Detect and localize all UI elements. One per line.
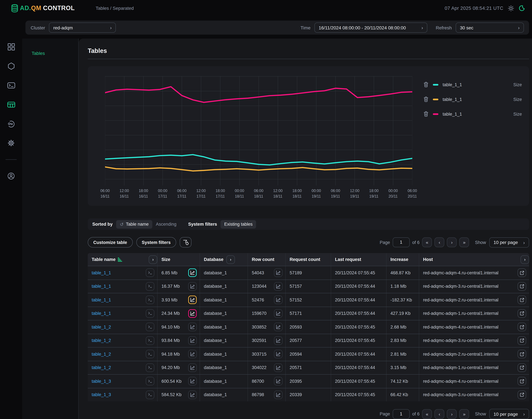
table-row: table_1_294.18 Mbdatabase_13037152059420…: [88, 347, 529, 361]
next-page-button[interactable]: ›: [447, 409, 457, 419]
remove-series-trash-icon[interactable]: [423, 111, 429, 117]
plot-row-count-chart-button[interactable]: [274, 323, 283, 331]
plot-size-chart-button[interactable]: [188, 391, 197, 399]
page-number-input[interactable]: 1: [393, 409, 409, 419]
plot-size-chart-button[interactable]: [188, 269, 197, 277]
plot-row-count-chart-button[interactable]: [274, 377, 283, 386]
plot-row-count-chart-button[interactable]: [274, 336, 283, 345]
open-host-external-link-button[interactable]: [518, 350, 526, 358]
column-header-increase[interactable]: Increase: [386, 253, 419, 266]
refresh-interval-select[interactable]: 30 sec ›: [456, 23, 524, 33]
open-terminal-button[interactable]: [146, 323, 154, 331]
open-terminal-button[interactable]: [146, 377, 154, 386]
plot-size-chart-button[interactable]: [188, 364, 197, 372]
plot-size-chart-button[interactable]: [188, 336, 197, 345]
column-header-size[interactable]: Size: [158, 253, 200, 266]
system-filters-button[interactable]: System filters: [136, 237, 176, 248]
open-host-external-link-button[interactable]: [518, 296, 526, 304]
next-page-button[interactable]: ›: [447, 237, 457, 247]
prev-page-button[interactable]: ‹: [434, 237, 444, 247]
plot-size-chart-button[interactable]: [188, 323, 197, 331]
column-header-table-name[interactable]: Table name›: [88, 253, 158, 266]
first-page-button[interactable]: «: [422, 409, 432, 419]
table-name-link[interactable]: table_1_1: [92, 284, 111, 289]
hexagon-modules-icon[interactable]: [7, 62, 15, 70]
plot-size-chart-button[interactable]: [188, 350, 197, 358]
table-name-link[interactable]: table_1_3: [92, 393, 111, 397]
open-host-external-link-button[interactable]: [518, 391, 526, 399]
open-host-external-link-button[interactable]: [518, 377, 526, 386]
access-key-icon[interactable]: [7, 119, 15, 128]
column-header-database[interactable]: Database›: [200, 253, 248, 266]
table-name-link[interactable]: table_1_1: [92, 298, 111, 302]
table-name-column-options-button[interactable]: ›: [149, 255, 157, 264]
time-range-select[interactable]: 16/11/2024 08:00:00 - 20/11/2024 08:00:0…: [314, 23, 427, 33]
database-column-options-button[interactable]: ›: [226, 255, 235, 264]
open-terminal-button[interactable]: [146, 296, 154, 304]
plot-size-chart-button[interactable]: [188, 309, 197, 318]
open-terminal-button[interactable]: [146, 364, 154, 372]
column-header-row-count[interactable]: Row count: [248, 253, 286, 266]
table-name-link[interactable]: table_1_1: [92, 311, 111, 316]
table-name-link[interactable]: table_1_2: [92, 338, 111, 343]
reset-filters-button[interactable]: [180, 237, 191, 248]
plot-row-count-chart-button[interactable]: [274, 391, 283, 399]
open-terminal-button[interactable]: [146, 282, 154, 291]
settings-gear-icon[interactable]: [7, 139, 15, 147]
column-header-last-request[interactable]: Last request: [331, 253, 386, 266]
plot-row-count-chart-button[interactable]: [274, 269, 283, 277]
first-page-button[interactable]: «: [422, 237, 432, 247]
cluster-select[interactable]: red-adqm ›: [49, 23, 116, 33]
dark-theme-moon-icon[interactable]: [519, 5, 525, 11]
breadcrumb[interactable]: Tables / Separated: [96, 6, 134, 11]
host-column-options-button[interactable]: ›: [520, 255, 529, 264]
last-page-button[interactable]: »: [459, 409, 469, 419]
logo-qm: QM: [31, 5, 41, 12]
plot-row-count-chart-button[interactable]: [274, 350, 283, 358]
plot-row-count-chart-button[interactable]: [274, 296, 283, 304]
per-page-select[interactable]: 10 per page ›: [489, 409, 529, 419]
open-terminal-button[interactable]: [146, 391, 154, 399]
remove-series-trash-icon[interactable]: [423, 82, 429, 88]
open-host-external-link-button[interactable]: [518, 282, 526, 291]
sidebar-item-tables[interactable]: Tables: [22, 39, 78, 56]
light-theme-sun-icon[interactable]: [508, 5, 514, 11]
open-host-external-link-button[interactable]: [518, 336, 526, 345]
user-account-icon[interactable]: [7, 172, 15, 180]
open-host-external-link-button[interactable]: [518, 309, 526, 318]
tables-icon[interactable]: [7, 100, 15, 109]
table-name-link[interactable]: table_1_2: [92, 325, 111, 329]
sort-direction[interactable]: Ascending: [156, 222, 176, 227]
terminal-icon[interactable]: [7, 81, 15, 90]
open-terminal-button[interactable]: [146, 336, 154, 345]
last-page-button[interactable]: »: [459, 237, 469, 247]
system-filter-chip[interactable]: Existing tables: [221, 220, 256, 228]
table-name-link[interactable]: table_1_1: [92, 270, 111, 275]
open-terminal-button[interactable]: [146, 350, 154, 358]
prev-page-button[interactable]: ‹: [434, 409, 444, 419]
plot-size-chart-button[interactable]: [188, 377, 197, 386]
open-host-external-link-button[interactable]: [518, 323, 526, 331]
page-number-input[interactable]: 1: [393, 237, 409, 247]
column-header-request-count[interactable]: Request count: [286, 253, 331, 266]
customize-table-button[interactable]: Customize table: [88, 237, 133, 248]
per-page-select[interactable]: 10 per page ›: [489, 237, 529, 247]
plot-row-count-chart-button[interactable]: [274, 364, 283, 372]
table-name-link[interactable]: table_1_2: [92, 365, 111, 370]
open-terminal-button[interactable]: [146, 309, 154, 318]
plot-row-count-chart-button[interactable]: [274, 309, 283, 318]
open-host-external-link-button[interactable]: [518, 269, 526, 277]
plot-row-count-chart-button[interactable]: [274, 282, 283, 291]
table-name-link[interactable]: table_1_3: [92, 379, 111, 384]
cell-row-count: 52476: [248, 293, 286, 306]
open-host-external-link-button[interactable]: [518, 364, 526, 372]
plot-size-chart-button[interactable]: [188, 282, 197, 291]
x-tick-label: 12:0016/11: [120, 188, 129, 199]
column-header-host[interactable]: Host›: [419, 253, 529, 266]
remove-series-trash-icon[interactable]: [423, 96, 429, 102]
sort-field-chip[interactable]: ↺ Table name: [116, 220, 152, 228]
dashboard-icon[interactable]: [7, 42, 15, 51]
table-name-link[interactable]: table_1_2: [92, 352, 111, 357]
plot-size-chart-button[interactable]: [188, 296, 197, 304]
open-terminal-button[interactable]: [146, 269, 154, 277]
